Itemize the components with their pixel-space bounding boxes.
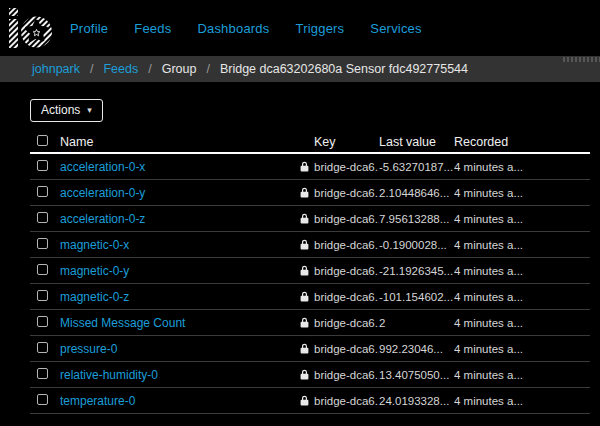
table-row: pressure-0 bridge-dca6... 992.23046... 4… [30, 336, 590, 362]
feed-name-link[interactable]: pressure-0 [60, 342, 117, 356]
feed-name-link[interactable]: acceleration-0-y [60, 186, 145, 200]
table-row: relative-humidity-0 bridge-dca6... 13.40… [30, 362, 590, 388]
feed-last-value: -0.1900028... [379, 239, 454, 251]
feed-recorded: 4 minutes a... [454, 187, 590, 199]
row-checkbox[interactable] [37, 368, 48, 379]
table-row: acceleration-0-x bridge-dca6... -5.63270… [30, 154, 590, 180]
feed-last-value: 992.23046... [379, 343, 454, 355]
feed-key: bridge-dca6... [314, 187, 379, 199]
feed-recorded: 4 minutes a... [454, 369, 590, 381]
select-all-checkbox[interactable] [37, 135, 48, 146]
feed-last-value: -5.63270187... [379, 161, 454, 173]
column-header-recorded: Recorded [454, 135, 590, 149]
feed-last-value: 13.4075050... [379, 369, 454, 381]
row-checkbox[interactable] [37, 342, 48, 353]
row-checkbox[interactable] [37, 212, 48, 223]
lock-icon [300, 239, 309, 250]
actions-dropdown-button[interactable]: Actions ▾ [30, 99, 103, 122]
feed-last-value: 24.0193328... [379, 395, 454, 407]
nav-item[interactable]: Dashboards [197, 21, 269, 36]
feed-last-value: 2 [379, 317, 454, 329]
nav-item[interactable]: Feeds [134, 21, 171, 36]
feed-recorded: 4 minutes a... [454, 213, 590, 225]
feed-recorded: 4 minutes a... [454, 317, 590, 329]
table-row: acceleration-0-z bridge-dca6... 7.956132… [30, 206, 590, 232]
nav-item[interactable]: Triggers [296, 21, 345, 36]
main-nav: Profile Feeds Dashboards Triggers Servic… [70, 19, 422, 37]
feed-recorded: 4 minutes a... [454, 395, 590, 407]
lock-icon [300, 369, 309, 380]
feed-key: bridge-dca6... [314, 291, 379, 303]
lock-icon [300, 291, 309, 302]
feed-recorded: 4 minutes a... [454, 291, 590, 303]
lock-icon [300, 395, 309, 406]
main-content: Actions ▾ Name Key Last value Recorded a… [0, 82, 600, 414]
column-header-name: Name [60, 135, 300, 149]
feed-key: bridge-dca6... [314, 239, 379, 251]
table-row: magnetic-0-z bridge-dca6... -101.154602.… [30, 284, 590, 310]
lock-icon [300, 317, 309, 328]
feed-name-link[interactable]: magnetic-0-y [60, 264, 129, 278]
lock-icon [300, 265, 309, 276]
feed-key: bridge-dca6... [314, 161, 379, 173]
nav-item[interactable]: Services [370, 21, 421, 36]
row-checkbox[interactable] [37, 238, 48, 249]
feed-name-link[interactable]: magnetic-0-z [60, 290, 129, 304]
table-row: acceleration-0-y bridge-dca6... 2.104486… [30, 180, 590, 206]
breadcrumb-separator: / [90, 62, 93, 76]
actions-label: Actions [41, 103, 80, 117]
feed-name-link[interactable]: Missed Message Count [60, 316, 185, 330]
feed-name-link[interactable]: relative-humidity-0 [60, 368, 158, 382]
feed-key: bridge-dca6... [314, 317, 379, 329]
breadcrumb-feeds-link[interactable]: Feeds [103, 62, 138, 76]
feed-key: bridge-dca6... [314, 343, 379, 355]
feed-recorded: 4 minutes a... [454, 161, 590, 173]
feed-last-value: 7.95613288... [379, 213, 454, 225]
table-row: temperature-0 bridge-dca6... 24.0193328.… [30, 388, 590, 414]
table-header-row: Name Key Last value Recorded [30, 131, 590, 154]
lock-icon [300, 213, 309, 224]
lock-icon [300, 161, 309, 172]
feed-recorded: 4 minutes a... [454, 343, 590, 355]
feed-name-link[interactable]: acceleration-0-x [60, 160, 145, 174]
feed-recorded: 4 minutes a... [454, 265, 590, 277]
feed-last-value: -21.1926345... [379, 265, 454, 277]
column-header-last-value: Last value [379, 135, 454, 149]
top-nav-bar: Profile Feeds Dashboards Triggers Servic… [0, 0, 600, 56]
breadcrumb-group: Group [162, 62, 197, 76]
feeds-table: Name Key Last value Recorded acceleratio… [30, 131, 590, 414]
lock-icon [300, 187, 309, 198]
breadcrumb-separator: / [206, 62, 209, 76]
lock-icon [300, 343, 309, 354]
table-row: magnetic-0-y bridge-dca6... -21.1926345.… [30, 258, 590, 284]
row-checkbox[interactable] [37, 394, 48, 405]
row-checkbox[interactable] [37, 316, 48, 327]
nav-item[interactable]: Profile [70, 21, 108, 36]
row-checkbox[interactable] [37, 290, 48, 301]
column-header-key: Key [314, 135, 379, 149]
feed-recorded: 4 minutes a... [454, 239, 590, 251]
breadcrumb: johnpark / Feeds / Group / Bridge dca632… [0, 56, 600, 82]
adafruit-io-logo[interactable] [8, 8, 54, 48]
row-checkbox[interactable] [37, 186, 48, 197]
feed-name-link[interactable]: acceleration-0-z [60, 212, 145, 226]
dotted-handle [563, 57, 600, 62]
table-row: magnetic-0-x bridge-dca6... -0.1900028..… [30, 232, 590, 258]
row-checkbox[interactable] [37, 160, 48, 171]
feed-key: bridge-dca6... [314, 213, 379, 225]
feed-name-link[interactable]: magnetic-0-x [60, 238, 129, 252]
feed-key: bridge-dca6... [314, 369, 379, 381]
breadcrumb-separator: / [148, 62, 151, 76]
breadcrumb-user-link[interactable]: johnpark [32, 62, 80, 76]
feed-last-value: -101.154602... [379, 291, 454, 303]
chevron-down-icon: ▾ [87, 105, 92, 115]
table-row: Missed Message Count bridge-dca6... 2 4 … [30, 310, 590, 336]
feed-key: bridge-dca6... [314, 395, 379, 407]
breadcrumb-page-title: Bridge dca63202680a Sensor fdc492775544 [220, 62, 468, 76]
feed-name-link[interactable]: temperature-0 [60, 394, 135, 408]
feed-last-value: 2.10448646... [379, 187, 454, 199]
row-checkbox[interactable] [37, 264, 48, 275]
feed-key: bridge-dca6... [314, 265, 379, 277]
